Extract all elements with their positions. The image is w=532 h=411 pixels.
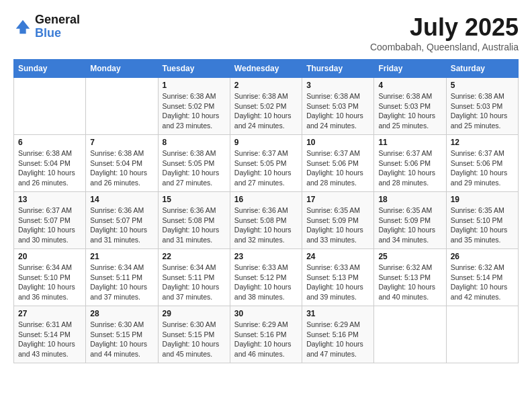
day-info: Sunrise: 6:29 AMSunset: 5:16 PMDaylight:…: [234, 320, 298, 359]
day-info: Sunrise: 6:32 AMSunset: 5:14 PMDaylight:…: [451, 263, 514, 302]
calendar-cell: 14Sunrise: 6:36 AMSunset: 5:07 PMDayligh…: [86, 192, 158, 249]
day-info: Sunrise: 6:32 AMSunset: 5:13 PMDaylight:…: [378, 263, 441, 302]
calendar-cell: 31Sunrise: 6:29 AMSunset: 5:16 PMDayligh…: [302, 306, 374, 363]
calendar-cell: 1Sunrise: 6:38 AMSunset: 5:02 PMDaylight…: [158, 78, 230, 135]
day-number: 10: [306, 138, 369, 147]
day-info: Sunrise: 6:34 AMSunset: 5:10 PMDaylight:…: [18, 263, 81, 302]
calendar-cell: 26Sunrise: 6:32 AMSunset: 5:14 PMDayligh…: [446, 249, 518, 306]
calendar-cell: 16Sunrise: 6:36 AMSunset: 5:08 PMDayligh…: [230, 192, 302, 249]
day-number: 8: [163, 138, 226, 147]
day-info: Sunrise: 6:38 AMSunset: 5:04 PMDaylight:…: [90, 148, 153, 188]
day-info: Sunrise: 6:35 AMSunset: 5:09 PMDaylight:…: [306, 205, 369, 245]
calendar-cell: 28Sunrise: 6:30 AMSunset: 5:15 PMDayligh…: [86, 306, 158, 363]
day-info: Sunrise: 6:36 AMSunset: 5:08 PMDaylight:…: [234, 205, 298, 245]
calendar-cell: [86, 78, 158, 135]
day-number: 16: [234, 195, 298, 204]
day-number: 19: [451, 195, 514, 204]
calendar-cell: 23Sunrise: 6:33 AMSunset: 5:12 PMDayligh…: [230, 249, 302, 306]
logo: General Blue: [13, 13, 80, 40]
day-number: 11: [378, 138, 441, 147]
calendar-cell: 19Sunrise: 6:35 AMSunset: 5:10 PMDayligh…: [446, 192, 518, 249]
day-number: 6: [18, 138, 81, 147]
weekday-header-wednesday: Wednesday: [230, 60, 302, 78]
day-info: Sunrise: 6:30 AMSunset: 5:15 PMDaylight:…: [90, 320, 153, 359]
day-number: 30: [234, 309, 298, 318]
day-info: Sunrise: 6:36 AMSunset: 5:08 PMDaylight:…: [163, 205, 226, 245]
calendar-week-2: 6Sunrise: 6:38 AMSunset: 5:04 PMDaylight…: [14, 135, 519, 192]
day-number: 15: [163, 195, 226, 204]
day-number: 14: [90, 195, 153, 204]
day-info: Sunrise: 6:37 AMSunset: 5:07 PMDaylight:…: [18, 205, 81, 245]
day-number: 1: [163, 81, 226, 90]
calendar-cell: 21Sunrise: 6:34 AMSunset: 5:11 PMDayligh…: [86, 249, 158, 306]
calendar-week-4: 20Sunrise: 6:34 AMSunset: 5:10 PMDayligh…: [14, 249, 519, 306]
day-info: Sunrise: 6:38 AMSunset: 5:04 PMDaylight:…: [18, 148, 81, 188]
day-number: 24: [306, 252, 369, 261]
day-info: Sunrise: 6:31 AMSunset: 5:14 PMDaylight:…: [18, 320, 81, 359]
weekday-header-friday: Friday: [374, 60, 446, 78]
calendar-cell: 29Sunrise: 6:30 AMSunset: 5:15 PMDayligh…: [158, 306, 230, 363]
calendar-week-3: 13Sunrise: 6:37 AMSunset: 5:07 PMDayligh…: [14, 192, 519, 249]
weekday-header-sunday: Sunday: [14, 60, 86, 78]
calendar-cell: 5Sunrise: 6:38 AMSunset: 5:03 PMDaylight…: [446, 78, 518, 135]
day-info: Sunrise: 6:37 AMSunset: 5:05 PMDaylight:…: [234, 148, 298, 188]
calendar-cell: 15Sunrise: 6:36 AMSunset: 5:08 PMDayligh…: [158, 192, 230, 249]
day-number: 12: [451, 138, 514, 147]
day-number: 29: [163, 309, 226, 318]
calendar-cell: [446, 306, 518, 363]
day-info: Sunrise: 6:38 AMSunset: 5:03 PMDaylight:…: [451, 91, 514, 131]
day-number: 26: [451, 252, 514, 261]
day-info: Sunrise: 6:37 AMSunset: 5:06 PMDaylight:…: [306, 148, 369, 188]
calendar-table: SundayMondayTuesdayWednesdayThursdayFrid…: [13, 59, 519, 363]
weekday-header-thursday: Thursday: [302, 60, 374, 78]
day-info: Sunrise: 6:38 AMSunset: 5:02 PMDaylight:…: [163, 91, 226, 131]
calendar-week-5: 27Sunrise: 6:31 AMSunset: 5:14 PMDayligh…: [14, 306, 519, 363]
day-info: Sunrise: 6:36 AMSunset: 5:07 PMDaylight:…: [90, 205, 153, 245]
calendar-cell: 8Sunrise: 6:38 AMSunset: 5:05 PMDaylight…: [158, 135, 230, 192]
day-info: Sunrise: 6:29 AMSunset: 5:16 PMDaylight:…: [306, 320, 369, 359]
day-number: 9: [234, 138, 298, 147]
logo-text: General Blue: [35, 13, 80, 40]
calendar-cell: 6Sunrise: 6:38 AMSunset: 5:04 PMDaylight…: [14, 135, 86, 192]
calendar-cell: 11Sunrise: 6:37 AMSunset: 5:06 PMDayligh…: [374, 135, 446, 192]
page-header: General Blue July 2025 Coombabah, Queens…: [13, 13, 519, 52]
day-number: 21: [90, 252, 153, 261]
calendar-cell: 27Sunrise: 6:31 AMSunset: 5:14 PMDayligh…: [14, 306, 86, 363]
calendar-cell: [374, 306, 446, 363]
month-title: July 2025: [370, 13, 519, 42]
day-number: 20: [18, 252, 81, 261]
day-number: 31: [306, 309, 369, 318]
weekday-header-tuesday: Tuesday: [158, 60, 230, 78]
calendar-cell: 12Sunrise: 6:37 AMSunset: 5:06 PMDayligh…: [446, 135, 518, 192]
calendar-cell: 13Sunrise: 6:37 AMSunset: 5:07 PMDayligh…: [14, 192, 86, 249]
day-number: 4: [378, 81, 441, 90]
day-info: Sunrise: 6:38 AMSunset: 5:03 PMDaylight:…: [306, 91, 369, 131]
calendar-cell: 22Sunrise: 6:34 AMSunset: 5:11 PMDayligh…: [158, 249, 230, 306]
calendar-cell: 9Sunrise: 6:37 AMSunset: 5:05 PMDaylight…: [230, 135, 302, 192]
calendar-cell: [14, 78, 86, 135]
day-info: Sunrise: 6:35 AMSunset: 5:09 PMDaylight:…: [378, 205, 441, 245]
day-info: Sunrise: 6:34 AMSunset: 5:11 PMDaylight:…: [90, 263, 153, 302]
calendar-week-1: 1Sunrise: 6:38 AMSunset: 5:02 PMDaylight…: [14, 78, 519, 135]
day-info: Sunrise: 6:38 AMSunset: 5:05 PMDaylight:…: [163, 148, 226, 188]
day-number: 3: [306, 81, 369, 90]
day-number: 2: [234, 81, 298, 90]
calendar-cell: 3Sunrise: 6:38 AMSunset: 5:03 PMDaylight…: [302, 78, 374, 135]
day-info: Sunrise: 6:33 AMSunset: 5:13 PMDaylight:…: [306, 263, 369, 302]
day-info: Sunrise: 6:30 AMSunset: 5:15 PMDaylight:…: [163, 320, 226, 359]
day-info: Sunrise: 6:38 AMSunset: 5:02 PMDaylight:…: [234, 91, 298, 131]
calendar-cell: 2Sunrise: 6:38 AMSunset: 5:02 PMDaylight…: [230, 78, 302, 135]
calendar-cell: 18Sunrise: 6:35 AMSunset: 5:09 PMDayligh…: [374, 192, 446, 249]
day-number: 25: [378, 252, 441, 261]
day-info: Sunrise: 6:33 AMSunset: 5:12 PMDaylight:…: [234, 263, 298, 302]
day-number: 28: [90, 309, 153, 318]
day-number: 18: [378, 195, 441, 204]
day-info: Sunrise: 6:34 AMSunset: 5:11 PMDaylight:…: [163, 263, 226, 302]
day-number: 5: [451, 81, 514, 90]
day-number: 27: [18, 309, 81, 318]
day-number: 23: [234, 252, 298, 261]
calendar-cell: 25Sunrise: 6:32 AMSunset: 5:13 PMDayligh…: [374, 249, 446, 306]
weekday-header-monday: Monday: [86, 60, 158, 78]
calendar-cell: 10Sunrise: 6:37 AMSunset: 5:06 PMDayligh…: [302, 135, 374, 192]
calendar-cell: 24Sunrise: 6:33 AMSunset: 5:13 PMDayligh…: [302, 249, 374, 306]
